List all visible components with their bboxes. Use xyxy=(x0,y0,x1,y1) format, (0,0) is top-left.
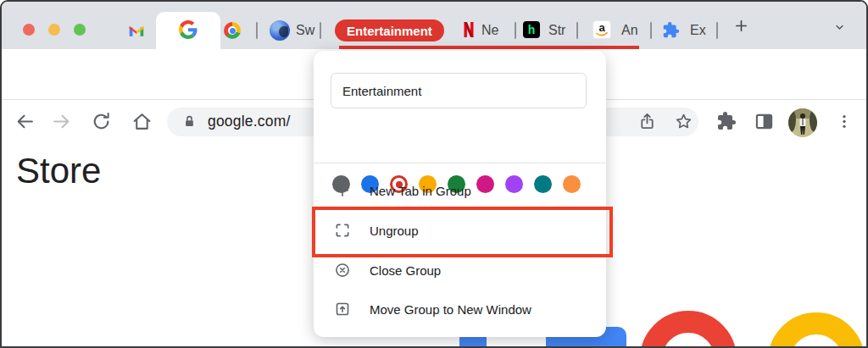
tab-group-chip[interactable]: Entertainment xyxy=(335,19,444,41)
bookmark-star-button[interactable] xyxy=(674,112,693,135)
move-to-window-icon xyxy=(334,301,351,318)
tab-separator xyxy=(716,22,718,39)
google-g-icon xyxy=(179,20,198,39)
browser-window: Sw Entertainment Ne h Str a xyxy=(0,0,868,348)
tab-amazon[interactable]: a xyxy=(593,20,611,39)
chrome-icon xyxy=(224,22,241,39)
tab-label[interactable]: An xyxy=(621,23,638,38)
tab-label[interactable]: Sw xyxy=(296,23,314,38)
tab-label[interactable]: Str xyxy=(548,23,565,38)
chevron-down-icon xyxy=(833,22,846,32)
share-button[interactable] xyxy=(637,112,657,135)
google-logo-fragment-yellow-o xyxy=(768,312,865,348)
tab-separator xyxy=(515,22,516,39)
extensions-button[interactable] xyxy=(716,111,737,135)
puzzle-icon xyxy=(716,111,737,131)
google-logo-fragment-red-o xyxy=(640,311,737,348)
side-panel-button[interactable] xyxy=(754,112,774,135)
tab-group-menu: New Tab in Group Ungroup Close Group Mov… xyxy=(314,51,606,337)
tab-group-name: Entertainment xyxy=(347,24,432,38)
traffic-light-close[interactable] xyxy=(23,24,35,36)
gmail-icon xyxy=(127,22,146,39)
menu-item-new-tab-in-group[interactable]: New Tab in Group xyxy=(314,171,606,210)
tab-separator xyxy=(650,22,652,39)
netflix-icon xyxy=(462,21,476,38)
url-text[interactable]: google.com/ xyxy=(208,113,291,130)
reload-button[interactable] xyxy=(91,111,112,135)
menu-divider xyxy=(314,163,606,163)
annotation-highlight-box xyxy=(312,207,613,257)
side-panel-icon xyxy=(754,112,774,131)
puzzle-icon xyxy=(662,21,680,39)
lock-icon[interactable] xyxy=(181,113,198,133)
new-tab-button[interactable] xyxy=(734,19,748,36)
group-name-input[interactable] xyxy=(331,73,587,108)
menu-item-move-group-to-new-window[interactable]: Move Group to New Window xyxy=(314,290,606,329)
tab-netflix[interactable] xyxy=(462,21,476,38)
hulu-icon: h xyxy=(523,21,540,38)
amazon-icon: a xyxy=(593,20,611,39)
page-heading: Store xyxy=(16,151,101,191)
tab-label[interactable]: Ex xyxy=(690,23,706,38)
back-button[interactable] xyxy=(14,111,36,135)
tab-separator xyxy=(576,22,578,39)
menu-item-label: New Tab in Group xyxy=(370,184,471,198)
tab-strip: Sw Entertainment Ne h Str a xyxy=(2,2,866,49)
tab-label[interactable]: Ne xyxy=(481,23,498,38)
tab-separator xyxy=(256,22,258,39)
tab-hulu[interactable]: h xyxy=(523,21,540,38)
tab-google-active[interactable] xyxy=(156,12,220,49)
plus-icon xyxy=(734,19,748,33)
tab-separator xyxy=(320,22,321,39)
tab-group-underline xyxy=(339,46,639,49)
tab-world-clock[interactable] xyxy=(270,20,290,41)
menu-item-label: Close Group xyxy=(370,263,441,278)
world-clock-icon xyxy=(270,20,290,41)
plus-icon xyxy=(334,182,351,199)
close-circle-icon xyxy=(334,262,351,279)
tab-search-chevron[interactable] xyxy=(833,20,846,36)
kebab-menu-icon xyxy=(836,112,853,131)
avatar-photo xyxy=(788,108,817,137)
tab-extensions[interactable] xyxy=(662,21,680,39)
browser-menu-button[interactable] xyxy=(836,112,853,135)
home-button[interactable] xyxy=(131,111,153,135)
tab-gmail[interactable] xyxy=(127,22,146,39)
traffic-light-minimize[interactable] xyxy=(48,24,60,36)
profile-avatar[interactable] xyxy=(788,108,817,137)
menu-item-label: Move Group to New Window xyxy=(370,302,531,317)
forward-button[interactable] xyxy=(51,111,72,135)
traffic-light-zoom[interactable] xyxy=(74,24,86,36)
tab-chrome[interactable] xyxy=(224,22,241,39)
